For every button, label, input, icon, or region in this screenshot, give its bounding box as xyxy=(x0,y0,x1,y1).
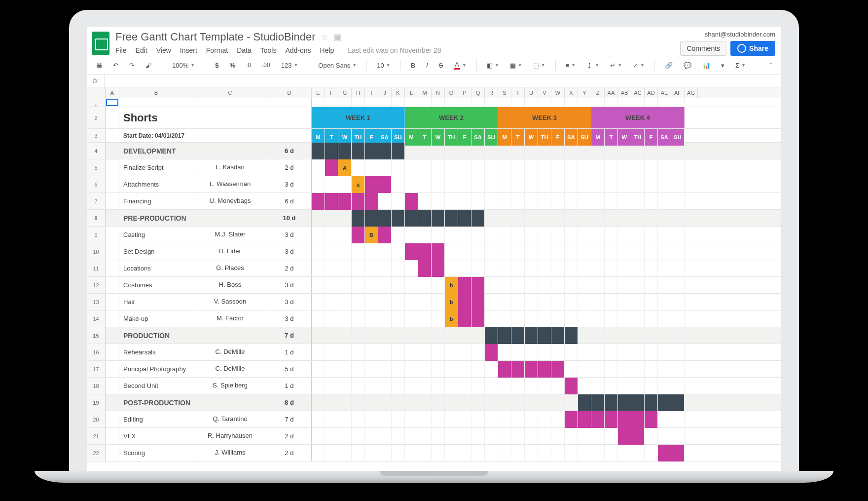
gantt-cell[interactable] xyxy=(432,294,445,310)
cell[interactable]: 2 d xyxy=(267,159,312,176)
gantt-cell[interactable] xyxy=(365,428,378,445)
cell[interactable] xyxy=(106,411,119,427)
gantt-cell[interactable] xyxy=(405,394,418,411)
gantt-cell[interactable] xyxy=(591,227,605,243)
gantt-cell[interactable] xyxy=(312,327,325,344)
gantt-cell[interactable] xyxy=(525,176,538,193)
cell[interactable]: 2 d xyxy=(267,428,312,444)
gantt-cell[interactable] xyxy=(671,394,685,411)
column-header[interactable]: AD xyxy=(645,87,658,98)
cell[interactable]: 3 d xyxy=(267,176,312,193)
gantt-cell[interactable] xyxy=(525,227,538,243)
gantt-cell[interactable] xyxy=(432,159,445,176)
gantt-cell[interactable] xyxy=(605,378,618,394)
cell[interactable]: Casting xyxy=(119,227,193,243)
gantt-cell[interactable] xyxy=(525,260,538,277)
gantt-cell[interactable] xyxy=(352,260,365,277)
menu-edit[interactable]: Edit xyxy=(136,46,147,54)
gantt-cell[interactable] xyxy=(525,193,538,210)
gantt-cell[interactable] xyxy=(538,176,551,193)
gantt-cell[interactable] xyxy=(591,378,605,394)
gantt-cell[interactable] xyxy=(392,411,405,428)
menu-help[interactable]: Help xyxy=(320,46,334,54)
cell[interactable]: 1 d xyxy=(267,344,312,360)
gantt-cell[interactable] xyxy=(498,176,511,193)
gantt-cell[interactable] xyxy=(312,260,325,277)
gantt-cell[interactable] xyxy=(671,143,685,159)
cell[interactable]: C. DeMille xyxy=(193,344,267,360)
row-header[interactable]: 22 xyxy=(87,445,106,461)
gantt-cell[interactable] xyxy=(378,310,392,327)
gantt-cell[interactable] xyxy=(325,428,338,445)
gantt-cell[interactable] xyxy=(658,378,671,394)
menu-tools[interactable]: Tools xyxy=(260,46,277,54)
gantt-cell[interactable] xyxy=(525,310,538,327)
gantt-cell[interactable] xyxy=(618,260,631,277)
cell[interactable]: POST-PRODUCTION xyxy=(119,394,267,411)
gantt-cell[interactable] xyxy=(432,394,445,411)
gantt-cell[interactable] xyxy=(498,277,511,294)
gantt-cell[interactable] xyxy=(578,428,591,445)
gantt-cell[interactable] xyxy=(605,394,618,411)
gantt-cell[interactable] xyxy=(392,243,405,260)
cell[interactable]: Hair xyxy=(119,294,193,310)
gantt-cell[interactable] xyxy=(631,193,645,210)
gantt-cell[interactable] xyxy=(538,260,551,277)
gantt-cell[interactable] xyxy=(485,445,498,462)
gantt-cell[interactable] xyxy=(551,159,565,176)
gantt-cell[interactable] xyxy=(645,227,658,243)
gantt-cell[interactable] xyxy=(458,411,471,428)
gantt-cell[interactable] xyxy=(392,428,405,445)
cell[interactable] xyxy=(106,210,119,226)
gantt-cell[interactable] xyxy=(498,394,511,411)
column-header[interactable]: U xyxy=(525,87,538,98)
gantt-cell[interactable] xyxy=(578,193,591,210)
gantt-cell[interactable] xyxy=(471,445,485,462)
gantt-cell[interactable] xyxy=(538,411,551,428)
gantt-cell[interactable] xyxy=(352,310,365,327)
gantt-cell[interactable] xyxy=(312,310,325,327)
gantt-cell[interactable] xyxy=(471,344,485,361)
cell[interactable] xyxy=(106,159,119,176)
gantt-cell[interactable] xyxy=(471,378,485,394)
gantt-cell[interactable] xyxy=(458,243,471,260)
gantt-cell[interactable] xyxy=(445,378,458,394)
gantt-cell[interactable] xyxy=(631,176,645,193)
gantt-cell[interactable] xyxy=(525,210,538,227)
cell[interactable] xyxy=(106,378,119,394)
gantt-cell[interactable] xyxy=(578,143,591,159)
move-folder-icon[interactable]: ▣ xyxy=(333,32,342,42)
cell[interactable]: Rehearsals xyxy=(119,344,193,360)
gantt-cell[interactable] xyxy=(432,243,445,260)
gantt-cell[interactable] xyxy=(325,227,338,243)
gantt-cell[interactable] xyxy=(658,361,671,378)
gantt-cell[interactable] xyxy=(392,310,405,327)
gantt-cell[interactable] xyxy=(565,428,578,445)
gantt-cell[interactable] xyxy=(352,361,365,378)
gantt-cell[interactable] xyxy=(325,294,338,310)
gantt-cell[interactable] xyxy=(338,227,352,243)
cell[interactable] xyxy=(106,176,119,193)
gantt-cell[interactable] xyxy=(591,260,605,277)
row-header[interactable]: 2 xyxy=(87,107,106,128)
column-header[interactable]: Q xyxy=(471,87,485,98)
cell[interactable]: 3 d xyxy=(267,277,312,293)
row-header[interactable]: 5 xyxy=(87,159,106,176)
gantt-cell[interactable] xyxy=(591,428,605,445)
gantt-cell[interactable] xyxy=(405,428,418,445)
menu-data[interactable]: Data xyxy=(237,46,252,54)
gantt-cell[interactable] xyxy=(458,361,471,378)
bold-icon[interactable]: B xyxy=(408,60,418,71)
cell[interactable] xyxy=(106,294,119,310)
gantt-cell[interactable] xyxy=(418,327,432,344)
gantt-cell[interactable] xyxy=(485,394,498,411)
merge-cells-icon[interactable]: ⬚ ▼ xyxy=(530,60,548,71)
gantt-cell[interactable] xyxy=(671,227,685,243)
column-header[interactable]: Y xyxy=(578,87,591,98)
gantt-cell[interactable] xyxy=(312,143,325,159)
gantt-cell[interactable] xyxy=(645,344,658,361)
column-header[interactable]: AG xyxy=(685,87,698,98)
gantt-cell[interactable] xyxy=(352,294,365,310)
gantt-cell[interactable] xyxy=(405,344,418,361)
gantt-cell[interactable] xyxy=(538,227,551,243)
